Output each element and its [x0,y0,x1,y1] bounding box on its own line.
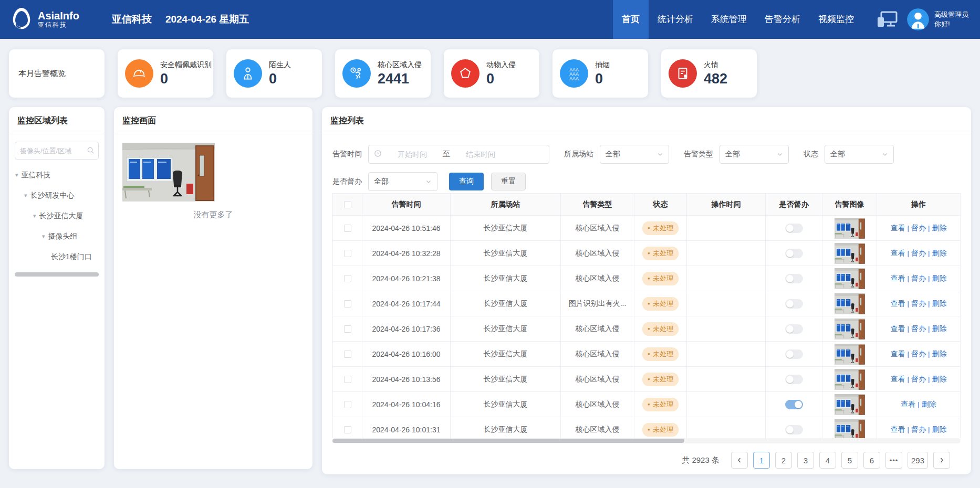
alert-time-cell: 2024-04-26 10:01:31 [362,417,451,438]
tree-node-5[interactable]: 长沙1楼门口 [9,247,105,267]
supervise-toggle[interactable] [785,324,803,334]
alert-image-thumbnail[interactable] [835,394,865,415]
row-checkbox[interactable] [344,376,351,383]
supervise-toggle[interactable] [785,274,803,283]
action-supervise-link[interactable]: 督办 [911,224,926,233]
action-supervise-link[interactable]: 督办 [911,425,926,434]
action-delete-link[interactable]: 删除 [932,324,946,334]
row-checkbox[interactable] [344,426,351,433]
supervise-toggle[interactable] [785,425,803,434]
supervise-toggle[interactable] [785,224,803,233]
action-view-link[interactable]: 查看 [891,274,905,283]
supervise-toggle[interactable] [785,249,803,258]
page-button-293[interactable]: 293 [908,452,928,469]
alert-time-range-picker[interactable]: 至 [368,145,549,164]
row-checkbox[interactable] [344,351,351,358]
alert-type-select[interactable]: 全部 [720,145,789,164]
supervise-toggle[interactable] [785,349,803,359]
page-ellipsis[interactable]: ••• [885,452,902,469]
tree-node-1[interactable]: ▾亚信科技 [9,165,105,185]
action-delete-link[interactable]: 删除 [932,224,946,233]
user-info[interactable]: 高级管理员 你好! [934,10,968,29]
tree-expand-caret-icon[interactable]: ▾ [15,172,18,178]
action-supervise-link[interactable]: 督办 [911,299,926,309]
row-checkbox[interactable] [344,225,351,232]
nav-item-1[interactable]: 首页 [613,0,649,39]
alert-image-thumbnail[interactable] [835,268,865,289]
nav-item-3[interactable]: 系统管理 [702,0,756,39]
status-select[interactable]: 全部 [825,145,894,164]
action-delete-link[interactable]: 删除 [932,425,946,434]
action-supervise-link[interactable]: 督办 [911,274,926,283]
page-button-2[interactable]: 2 [775,452,792,469]
alert-image-thumbnail[interactable] [835,293,865,314]
page-button-5[interactable]: 5 [841,452,858,469]
action-view-link[interactable]: 查看 [891,349,905,359]
tree-expand-caret-icon[interactable]: ▾ [33,213,36,219]
page-button-3[interactable]: 3 [797,452,814,469]
tree-expand-caret-icon[interactable]: ▾ [24,192,27,199]
alert-image-thumbnail[interactable] [835,344,865,365]
tree-node-4[interactable]: ▾摄像头组 [9,226,105,247]
action-view-link[interactable]: 查看 [891,425,905,434]
row-checkbox[interactable] [344,300,351,307]
supervise-select[interactable]: 全部 [368,172,437,191]
alert-image-thumbnail[interactable] [835,243,865,264]
action-supervise-link[interactable]: 督办 [911,349,926,359]
alert-image-thumbnail[interactable] [835,419,865,439]
page-button-4[interactable]: 4 [819,452,836,469]
row-checkbox[interactable] [344,401,351,408]
query-button[interactable]: 查询 [449,173,484,190]
action-supervise-link[interactable]: 督办 [911,249,926,258]
supervise-toggle[interactable] [785,375,803,384]
nav-item-4[interactable]: 告警分析 [756,0,809,39]
action-view-link[interactable]: 查看 [891,249,905,258]
reset-button[interactable]: 重置 [491,173,526,190]
row-checkbox[interactable] [344,275,351,282]
camera-feed-thumbnail[interactable] [122,143,215,201]
table-horizontal-scrollbar[interactable] [332,438,961,443]
tree-node-label: 摄像头组 [48,232,78,241]
row-checkbox-cell [333,266,362,291]
action-delete-link[interactable]: 删除 [932,375,946,384]
supervise-toggle[interactable] [785,299,803,309]
tree-node-2[interactable]: ▾长沙研发中心 [9,185,105,206]
action-view-link[interactable]: 查看 [891,375,905,384]
prev-page-button[interactable] [731,452,748,469]
alert-image-thumbnail[interactable] [835,369,865,390]
area-tree: ▾亚信科技▾长沙研发中心▾长沙亚信大厦▾摄像头组长沙1楼门口 [9,163,105,267]
action-supervise-link[interactable]: 督办 [911,375,926,384]
action-delete-link[interactable]: 删除 [932,299,946,309]
select-all-checkbox[interactable] [344,201,351,208]
avatar[interactable] [907,8,929,30]
area-search-input[interactable] [15,142,99,160]
row-checkbox[interactable] [344,325,351,333]
tree-node-3[interactable]: ▾长沙亚信大厦 [9,206,105,226]
action-delete-link[interactable]: 删除 [922,400,936,409]
action-delete-link[interactable]: 删除 [932,249,946,258]
action-view-link[interactable]: 查看 [891,324,905,334]
monitor-icon[interactable] [877,10,898,28]
action-supervise-link[interactable]: 督办 [911,324,926,334]
action-delete-link[interactable]: 删除 [932,349,946,359]
next-page-button[interactable] [933,452,950,469]
alert-image-thumbnail[interactable] [835,319,865,340]
page-button-6[interactable]: 6 [863,452,880,469]
end-time-input[interactable] [453,150,508,158]
action-view-link[interactable]: 查看 [891,299,905,309]
scrollbar-thumb[interactable] [332,439,684,443]
row-checkbox[interactable] [344,250,351,257]
tree-expand-caret-icon[interactable]: ▾ [42,233,45,240]
nav-item-2[interactable]: 统计分析 [649,0,702,39]
action-separator: | [928,325,930,333]
action-view-link[interactable]: 查看 [891,224,905,233]
alert-image-thumbnail[interactable] [835,218,865,239]
action-view-link[interactable]: 查看 [901,400,915,409]
nav-item-5[interactable]: 视频监控 [809,0,863,39]
tree-horizontal-scrollbar[interactable] [15,272,99,277]
page-button-1[interactable]: 1 [753,452,770,469]
start-time-input[interactable] [385,150,440,158]
action-delete-link[interactable]: 删除 [932,274,946,283]
supervise-toggle[interactable] [785,400,803,409]
station-select[interactable]: 全部 [600,145,669,164]
